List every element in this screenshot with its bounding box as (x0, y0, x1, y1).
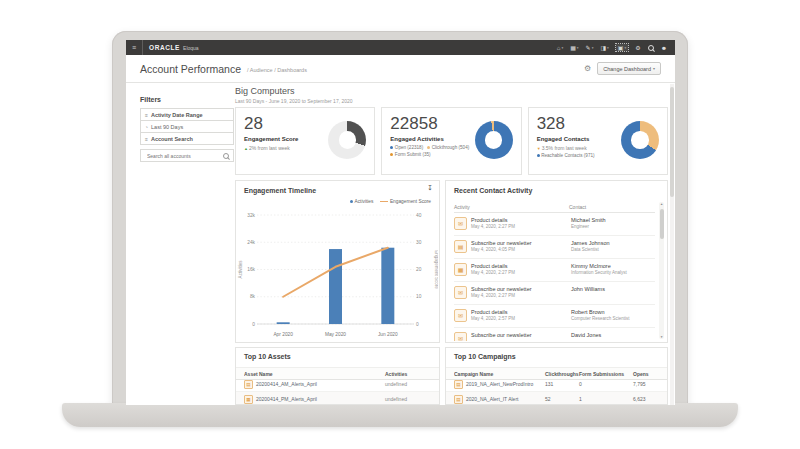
clock-icon: ◔ (145, 124, 148, 130)
table-row[interactable]: ✉ Subscribe our newsletterMay 4, 2020, 2… (454, 282, 655, 305)
kpi-row: 28 Engagement Score ▲2% from last week 2… (235, 107, 668, 175)
chevron-down-icon: ▾ (592, 46, 594, 50)
chart-legend: Activities Engagement Score (350, 199, 431, 204)
account-search-input[interactable] (145, 152, 223, 160)
grid-icon: ▦ (244, 395, 253, 404)
doc-icon: ▤ (244, 380, 253, 389)
app-window: ≡ ORACLE Eloqua ⌂▾ ▦▾ ✎▾ ◨▾ ▣▾ ⚙ ☻ Accou… (126, 40, 675, 405)
table-row[interactable]: ▤2019_NA_Alert_NewProdIntro 131 0 7,795 (446, 377, 667, 392)
svg-text:May 2020: May 2020 (325, 332, 346, 337)
table-row[interactable]: ▤20200414_AM_Alerts_April undefined (236, 377, 439, 392)
arrow-down-icon: ▼ (537, 146, 541, 151)
oracle-logo: ORACLE (149, 44, 180, 51)
change-dashboard-button[interactable]: Change Dashboard ▾ (597, 62, 661, 75)
engaged-contacts-donut (621, 121, 659, 159)
chevron-down-icon: ▾ (577, 46, 579, 50)
table-row[interactable]: ▤2020_NA_Alert_IT Alert 52 1 6,623 (446, 392, 667, 405)
table-row[interactable]: ✉ Product detailsMay 4, 2020, 2:57 PM Ro… (454, 305, 655, 328)
legend-dot (350, 200, 353, 203)
table-header: Activity Contact (454, 204, 655, 213)
sliders-icon: ≡ (145, 136, 148, 142)
table-row[interactable]: ▦ Product detailsMay 4, 2020, 2:27 PM Ki… (454, 259, 655, 282)
filters-heading: Filters (140, 96, 234, 103)
laptop-mockup: ≡ ORACLE Eloqua ⌂▾ ▦▾ ✎▾ ◨▾ ▣▾ ⚙ ☻ Accou… (0, 0, 800, 449)
svg-text:24k: 24k (247, 240, 255, 245)
download-icon[interactable]: ↧ (427, 184, 433, 192)
search-icon[interactable] (648, 45, 654, 51)
product-name: Eloqua (183, 45, 199, 51)
svg-text:40: 40 (416, 213, 422, 218)
account-search-box (140, 149, 234, 162)
filter-account-search[interactable]: ≡ Account Search (140, 132, 234, 145)
top-campaigns-panel: Top 10 Campaigns Campaign Name Clickthro… (445, 347, 668, 405)
doc-icon: ▤ (454, 380, 463, 389)
arrow-up-icon: ▲ (244, 146, 248, 151)
legend-line-swatch (380, 201, 388, 203)
app-switcher-icon[interactable]: ≡ (126, 40, 143, 55)
page-title: Account Performance (140, 63, 241, 75)
compose-icon[interactable]: ✎▾ (586, 44, 594, 51)
panel-title: Recent Contact Activity (454, 187, 532, 194)
timeline-chart: 32k4024k3016k208k1000Apr 2020May 2020Jun… (237, 209, 438, 343)
calendar-icon[interactable]: ▦▾ (570, 44, 578, 51)
svg-text:0: 0 (252, 322, 255, 327)
envelope-icon: ✉ (454, 332, 467, 342)
legend-dot (537, 154, 540, 157)
user-avatar-icon[interactable]: ☻ (661, 45, 667, 51)
table-body: ▤2019_NA_Alert_NewProdIntro 131 0 7,795 … (446, 377, 667, 405)
chevron-down-icon: ▾ (625, 46, 627, 50)
home-icon[interactable]: ⌂▾ (557, 45, 563, 51)
top-assets-panel: Top 10 Assets Asset Name Activities ▤202… (235, 347, 440, 405)
top-navbar: ≡ ORACLE Eloqua ⌂▾ ▦▾ ✎▾ ◨▾ ▣▾ ⚙ ☻ (126, 40, 675, 55)
svg-text:8k: 8k (250, 294, 256, 299)
kpi-engaged-contacts: 328 Engaged Contacts ▼3.5% from last wee… (528, 107, 668, 175)
table-row[interactable]: ✉ Subscribe our newsletter David Jones (454, 328, 655, 341)
envelope-icon: ✉ (454, 217, 467, 230)
main-scrollbar[interactable] (670, 84, 674, 405)
page-header: Account Performance / Audience / Dashboa… (126, 55, 675, 83)
envelope-open-icon: ✉ (454, 309, 467, 322)
svg-text:Jun 2020: Jun 2020 (378, 332, 398, 337)
account-name: Big Computers (235, 86, 353, 96)
svg-text:0: 0 (416, 322, 419, 327)
panel-scrollbar[interactable]: ▲ ▼ (659, 202, 664, 339)
search-icon[interactable] (223, 153, 229, 159)
chevron-down-icon: ▾ (561, 46, 563, 50)
navbar-icons: ⌂▾ ▦▾ ✎▾ ◨▾ ▣▾ ⚙ ☻ (557, 44, 675, 51)
contacts-icon[interactable]: ◨▾ (600, 44, 608, 51)
svg-text:Engagement Score: Engagement Score (434, 250, 438, 289)
legend-dot (390, 153, 393, 156)
table-row[interactable]: ✉ Product detailsMay 4, 2020, 2:27 PM Mi… (454, 213, 655, 236)
scroll-up-icon[interactable]: ▲ (659, 202, 664, 206)
panel-title: Top 10 Campaigns (454, 353, 516, 360)
filters-sidebar: Filters ≡ Activity Date Range ◔ Last 90 … (140, 96, 234, 162)
sliders-icon: ≡ (145, 112, 148, 118)
svg-text:20: 20 (416, 267, 422, 272)
settings-icon[interactable]: ⚙ (635, 44, 640, 51)
account-header: Big Computers Last 90 Days - June 19, 20… (235, 86, 353, 104)
legend-dot (427, 146, 430, 149)
svg-text:16k: 16k (247, 267, 255, 272)
breadcrumb[interactable]: / Audience / Dashboards (247, 67, 307, 73)
scrollbar-thumb[interactable] (670, 87, 674, 197)
table-row[interactable]: ▦20200414_PM_Alerts_April undefined (236, 392, 439, 405)
table-body: ✉ Product detailsMay 4, 2020, 2:27 PM Mi… (454, 213, 655, 341)
svg-text:30: 30 (416, 240, 422, 245)
engagement-score-gauge (328, 121, 366, 159)
svg-text:Activities: Activities (238, 260, 243, 279)
assets-icon-active[interactable]: ▣▾ (616, 44, 628, 51)
kpi-legend: Reachable Contacts (971) (537, 153, 625, 158)
recent-contact-activity-panel: Recent Contact Activity Activity Contact… (445, 180, 668, 343)
dashboard-settings-gear-icon[interactable]: ⚙ (584, 65, 591, 73)
kpi-legend: Open (22318) Clickthrough (504) Form Sub… (390, 145, 478, 157)
laptop-base (62, 403, 738, 427)
table-row[interactable]: ▤ Subscribe our newsletterMay 4, 2020, 4… (454, 236, 655, 259)
panel-title: Top 10 Assets (244, 353, 291, 360)
panel-title: Engagement Timeline (244, 187, 316, 194)
scroll-down-icon[interactable]: ▼ (659, 335, 664, 339)
doc-icon: ▤ (454, 395, 463, 404)
scrollbar-thumb[interactable] (660, 209, 664, 239)
svg-text:Apr 2020: Apr 2020 (273, 332, 293, 337)
kpi-engaged-activities: 22858 Engaged Activities Open (22318) Cl… (381, 107, 521, 175)
engagement-timeline-panel: Engagement Timeline ↧ Activities Engagem… (235, 180, 440, 343)
